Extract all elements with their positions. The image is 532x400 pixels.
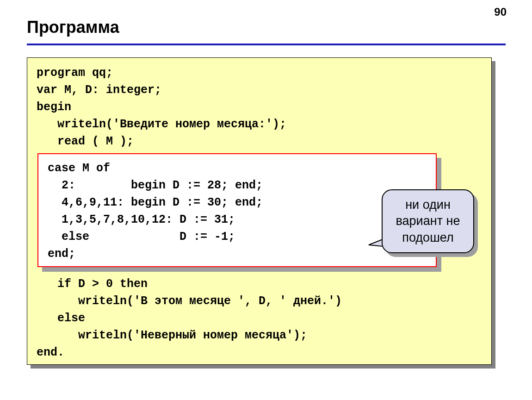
code-case: case M of 2: begin D := 28; end; 4,6,9,1…	[48, 160, 263, 262]
slide-title: Программа	[27, 18, 119, 37]
code-bottom: if D > 0 then writeln('В этом месяце ', …	[37, 275, 342, 361]
title-divider	[27, 44, 506, 45]
code-block: program qq; var M, D: integer; begin wri…	[27, 57, 492, 365]
callout-bubble: ни один вариант не подошел	[382, 189, 474, 253]
code-top: program qq; var M, D: integer; begin wri…	[37, 64, 286, 150]
page-number: 90	[494, 6, 507, 19]
callout-text: ни один вариант не подошел	[396, 197, 460, 245]
